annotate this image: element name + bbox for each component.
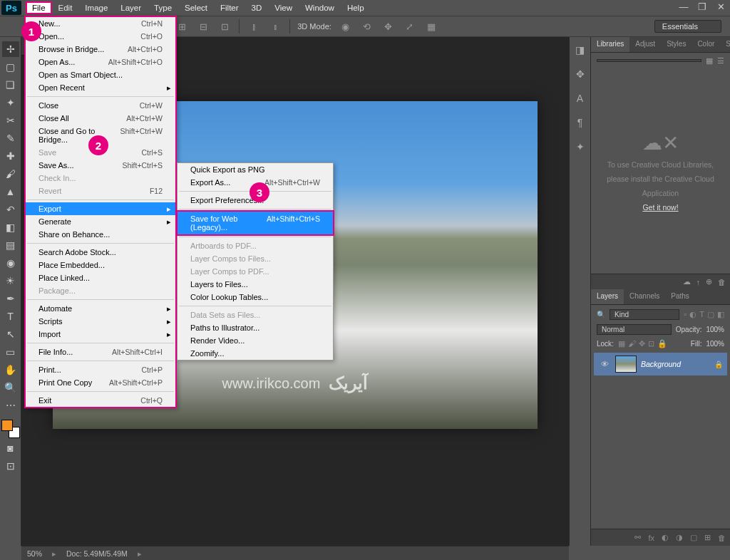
- filter-smart-icon[interactable]: ◧: [717, 310, 724, 319]
- menu-item[interactable]: ExitCtrl+Q: [26, 394, 175, 407]
- grid-view-icon[interactable]: ▦: [706, 56, 713, 66]
- history-brush-tool[interactable]: ↶: [2, 202, 19, 217]
- menubar-item-view[interactable]: View: [268, 1, 299, 14]
- menu-item[interactable]: Save As...Shift+Ctrl+S: [26, 159, 175, 172]
- menu-item[interactable]: Search Adobe Stock...: [26, 246, 175, 259]
- group-icon[interactable]: ▢: [690, 533, 697, 542]
- brush-tool[interactable]: 🖌: [2, 166, 19, 182]
- menubar-item-type[interactable]: Type: [148, 1, 178, 14]
- filter-pixel-icon[interactable]: ▫: [684, 310, 687, 319]
- minimize-icon[interactable]: —: [677, 1, 690, 12]
- distribute-icon[interactable]: ⫿: [247, 19, 261, 33]
- lasso-tool[interactable]: ❏: [2, 77, 19, 93]
- close-icon[interactable]: ✕: [714, 1, 727, 12]
- panel-tab[interactable]: Layers: [591, 289, 624, 304]
- layer-thumbnail[interactable]: [615, 356, 637, 373]
- pen-tool[interactable]: ✒: [2, 291, 19, 306]
- panel-tab[interactable]: Channels: [624, 289, 665, 304]
- menu-item[interactable]: Paths to Illustrator...: [178, 321, 333, 334]
- new-layer-icon[interactable]: ⊞: [704, 533, 711, 542]
- menu-item[interactable]: Render Video...: [178, 334, 333, 347]
- menu-item[interactable]: Zoomify...: [178, 347, 333, 360]
- path-tool[interactable]: ↖: [2, 326, 19, 342]
- menubar-item-image[interactable]: Image: [78, 1, 114, 14]
- delete-icon[interactable]: 🗑: [718, 534, 726, 542]
- get-it-now-link[interactable]: Get it now!: [642, 203, 678, 212]
- menu-item[interactable]: New...Ctrl+N: [26, 17, 175, 30]
- menubar-item-window[interactable]: Window: [299, 1, 341, 14]
- lock-all-icon[interactable]: 🔒: [657, 339, 667, 348]
- zoom-tool[interactable]: 🔍: [2, 380, 19, 395]
- visibility-icon[interactable]: 👁: [598, 360, 611, 368]
- maximize-icon[interactable]: ❐: [696, 1, 709, 12]
- menubar-item-select[interactable]: Select: [178, 1, 214, 14]
- menu-item[interactable]: Print...Ctrl+P: [26, 363, 175, 376]
- menu-item[interactable]: Color Lookup Tables...: [178, 291, 333, 304]
- distribute-icon[interactable]: ⊞: [175, 19, 189, 33]
- zoom-level[interactable]: 50%: [27, 549, 42, 558]
- menu-item[interactable]: Browse in Bridge...Alt+Ctrl+O: [26, 43, 175, 56]
- eyedropper-tool[interactable]: ✎: [2, 130, 19, 146]
- lock-icon[interactable]: 🔒: [714, 361, 723, 368]
- mask-icon[interactable]: ◐: [662, 533, 669, 542]
- panel-tab[interactable]: Color: [692, 37, 720, 52]
- character-icon[interactable]: A: [577, 90, 583, 107]
- profile-icon[interactable]: ▸: [52, 549, 56, 558]
- move-tool[interactable]: ✢: [2, 41, 19, 57]
- fill-value[interactable]: 100%: [706, 340, 724, 348]
- menu-item[interactable]: Open...Ctrl+O: [26, 30, 175, 43]
- library-dropdown[interactable]: [597, 59, 701, 62]
- menu-item[interactable]: Open Recent▸: [26, 81, 175, 94]
- list-view-icon[interactable]: ☰: [717, 56, 724, 66]
- menu-item[interactable]: Share on Behance...: [26, 228, 175, 241]
- menu-item[interactable]: Data Sets as Files...: [178, 308, 333, 321]
- menu-item[interactable]: Print One CopyAlt+Shift+Ctrl+P: [26, 376, 175, 389]
- background-layer[interactable]: 👁 Background 🔒: [594, 353, 727, 375]
- menu-item[interactable]: Import▸: [26, 328, 175, 341]
- menubar-item-edit[interactable]: Edit: [52, 1, 79, 14]
- shape-tool[interactable]: ▭: [2, 344, 19, 360]
- menu-item[interactable]: Generate▸: [26, 215, 175, 228]
- menu-item[interactable]: Layer Comps to Files...: [178, 252, 333, 265]
- opacity-value[interactable]: 100%: [706, 326, 724, 333]
- menubar-item-3d[interactable]: 3D: [245, 1, 269, 14]
- menubar-item-filter[interactable]: Filter: [214, 1, 245, 14]
- upload-icon[interactable]: ↑: [696, 278, 701, 286]
- panel-tab[interactable]: Swatch: [720, 37, 730, 52]
- menu-item[interactable]: File Info...Alt+Shift+Ctrl+I: [26, 346, 175, 358]
- menu-item[interactable]: Quick Export as PNG: [178, 163, 333, 176]
- healing-tool[interactable]: ✚: [2, 148, 19, 164]
- distribute-icon[interactable]: ⫾: [268, 19, 282, 33]
- panel-tab[interactable]: Paths: [665, 289, 695, 304]
- menu-item[interactable]: CloseCtrl+W: [26, 99, 175, 112]
- screenmode-tool[interactable]: ⊡: [2, 458, 19, 474]
- sync-icon[interactable]: ☁: [683, 277, 691, 286]
- menu-item[interactable]: Close AllAlt+Ctrl+W: [26, 112, 175, 125]
- dodge-tool[interactable]: ☀: [2, 273, 19, 289]
- crop-tool[interactable]: ✂: [2, 113, 19, 128]
- workspace-selector[interactable]: Essentials: [654, 20, 721, 33]
- blur-tool[interactable]: ◉: [2, 255, 19, 271]
- 3d-icon[interactable]: ⟲: [360, 19, 374, 33]
- menu-item[interactable]: Check In...: [26, 172, 175, 185]
- filter-kind[interactable]: Kind: [610, 309, 679, 320]
- gradient-tool[interactable]: ▤: [2, 237, 19, 253]
- layer-name[interactable]: Background: [641, 360, 710, 368]
- menu-item[interactable]: Place Embedded...: [26, 259, 175, 271]
- menu-item[interactable]: Save for Web (Legacy)...Alt+Shift+Ctrl+S: [176, 210, 334, 236]
- 3d-icon[interactable]: ⤢: [403, 19, 417, 33]
- paragraph-icon[interactable]: ¶: [577, 114, 583, 131]
- fx-icon[interactable]: fx: [648, 534, 654, 542]
- quickmask-tool[interactable]: ◙: [2, 440, 19, 456]
- edit-toolbar[interactable]: ⋯: [2, 398, 19, 413]
- menu-item[interactable]: Export▸: [26, 202, 175, 215]
- filter-shape-icon[interactable]: ▢: [707, 310, 714, 319]
- adjustment-icon[interactable]: ◑: [676, 533, 683, 542]
- menubar-item-layer[interactable]: Layer: [114, 1, 148, 14]
- add-icon[interactable]: ⊕: [706, 277, 712, 286]
- trash-icon[interactable]: 🗑: [718, 278, 726, 286]
- history-icon[interactable]: ◨: [575, 41, 585, 58]
- lock-transparent-icon[interactable]: ▦: [618, 339, 625, 348]
- brush-panel-icon[interactable]: ✦: [576, 138, 585, 155]
- wand-tool[interactable]: ✦: [2, 95, 19, 110]
